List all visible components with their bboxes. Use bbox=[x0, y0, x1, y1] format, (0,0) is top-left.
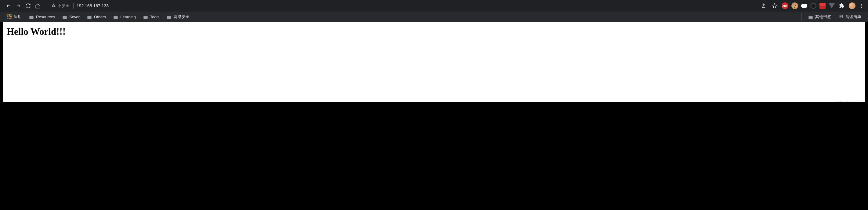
reload-button[interactable] bbox=[24, 2, 32, 9]
address-bar[interactable]: 不安全 192.168.167.133 bbox=[48, 1, 755, 10]
extension-circle-icon[interactable] bbox=[810, 3, 816, 9]
toolbar: 不安全 192.168.167.133 ABP bbox=[0, 0, 868, 11]
bookmarks-bar: 应用 Resources Sever Others Learning Tools… bbox=[0, 11, 868, 22]
bookmark-label: Others bbox=[94, 14, 106, 19]
extension-abp-icon[interactable]: ABP bbox=[782, 2, 788, 9]
nav-buttons bbox=[2, 2, 44, 9]
page-heading: Hello World!!! bbox=[7, 26, 861, 37]
bookmark-folder-learning[interactable]: Learning bbox=[110, 13, 139, 21]
bookmarks-right: 其他书签 阅读清单 bbox=[801, 13, 864, 21]
apps-label: 应用 bbox=[14, 14, 22, 20]
other-bookmarks-label: 其他书签 bbox=[815, 14, 831, 20]
folder-icon bbox=[62, 15, 67, 19]
extension-vue-icon[interactable] bbox=[829, 3, 835, 8]
bookmark-label: Learning bbox=[120, 14, 136, 19]
apps-icon bbox=[7, 14, 11, 19]
extensions-button[interactable] bbox=[838, 2, 846, 10]
home-button[interactable] bbox=[34, 2, 41, 9]
page-content: Hello World!!! bbox=[3, 22, 865, 102]
menu-button[interactable] bbox=[859, 4, 864, 8]
bookmark-label: Tools bbox=[150, 14, 159, 19]
reading-list-button[interactable]: 阅读清单 bbox=[835, 13, 864, 21]
folder-icon bbox=[167, 15, 172, 19]
security-label: 不安全 bbox=[58, 3, 70, 8]
bookmark-folder-others[interactable]: Others bbox=[84, 13, 109, 21]
toolbar-actions: ABP bbox=[758, 2, 866, 10]
forward-button[interactable] bbox=[14, 2, 22, 9]
browser-chrome: 不安全 192.168.167.133 ABP bbox=[0, 0, 868, 22]
extension-cloud-icon[interactable] bbox=[801, 4, 807, 8]
other-bookmarks-button[interactable]: 其他书签 bbox=[805, 13, 834, 21]
url-text[interactable]: 192.168.167.133 bbox=[76, 3, 751, 8]
extension-red-icon[interactable] bbox=[819, 3, 826, 9]
bookmark-star-icon[interactable] bbox=[771, 2, 779, 10]
extension-cookie-icon[interactable] bbox=[792, 2, 798, 9]
reading-list-icon bbox=[838, 14, 843, 20]
bookmark-folder-resources[interactable]: Resources bbox=[26, 13, 58, 21]
watermark: @稀土掘金技术社区 bbox=[836, 100, 866, 105]
security-indicator[interactable]: 不安全 bbox=[51, 3, 73, 8]
bookmark-label: 网络安全 bbox=[174, 14, 189, 20]
back-button[interactable] bbox=[5, 2, 12, 9]
folder-icon bbox=[143, 15, 148, 19]
share-icon[interactable] bbox=[760, 2, 768, 10]
bookmark-folder-sever[interactable]: Sever bbox=[59, 13, 83, 21]
apps-button[interactable]: 应用 bbox=[4, 13, 25, 21]
bookmark-label: Sever bbox=[69, 14, 80, 19]
folder-icon bbox=[808, 15, 813, 19]
profile-avatar-icon[interactable] bbox=[849, 2, 856, 9]
folder-icon bbox=[29, 15, 34, 19]
bookmark-label: Resources bbox=[36, 14, 55, 19]
folder-icon bbox=[113, 15, 118, 19]
reading-list-label: 阅读清单 bbox=[845, 14, 861, 20]
bookmark-folder-tools[interactable]: Tools bbox=[140, 13, 162, 21]
warning-icon bbox=[51, 3, 56, 8]
folder-icon bbox=[87, 15, 92, 19]
bookmark-folder-security[interactable]: 网络安全 bbox=[163, 13, 193, 21]
